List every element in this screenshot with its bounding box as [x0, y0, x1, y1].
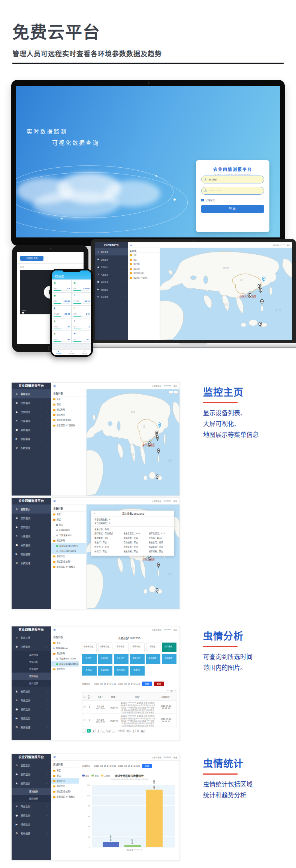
sidebar-menu-item[interactable]: 虫情分析 [12, 658, 51, 665]
table-tool-icon[interactable]: ↻ [167, 689, 169, 692]
device-tree-node[interactable]: 真实设备21022550 [51, 543, 86, 548]
jump-confirm-button[interactable]: 确定 [140, 729, 145, 733]
topbar-link[interactable]: 大屏可视化 [152, 756, 161, 758]
sidebar-menu-item[interactable]: ⌂ 监控主页 [95, 248, 128, 255]
region-tree-node[interactable]: 星云园区-2个摄像头 [51, 794, 79, 799]
legend-item[interactable]: 甲虫 [91, 774, 99, 777]
region-tree-node[interactable]: 测试 [51, 773, 79, 778]
map-fullscreen-toggle[interactable] [174, 391, 178, 394]
sensor-card[interactable]: ☂ 空气湿度 49.14 [72, 293, 91, 305]
apps-grid-icon[interactable]: ⊞ [53, 628, 56, 631]
table-tool-icon[interactable]: ▦ [170, 689, 173, 692]
row-checkbox[interactable] [84, 719, 85, 721]
device-tree-node[interactable]: 串口 [51, 522, 86, 527]
device-tree-node[interactable]: 专区 [51, 640, 79, 646]
table-row[interactable]: 2 真实设备 21022550 测试专用 设备编号:21022550 设备状态:… [82, 714, 176, 727]
topbar-link[interactable]: 退出 [173, 500, 177, 502]
device-tree-node[interactable]: 不显示99919999 [51, 656, 79, 661]
apps-grid-icon[interactable]: ⊞ [53, 499, 56, 503]
control-card[interactable]: 烘干控制： - [114, 666, 129, 676]
device-tree-node[interactable]: 测试方位 [51, 554, 86, 559]
phone-tab[interactable]: ⊙ 报警信息 [78, 350, 91, 355]
sensor-card[interactable]: ▮ 空气温度 24.48 [52, 306, 71, 318]
query-time-range[interactable]: 2021-05-18 14:21:12 - 2021-05-18 14:21:1… [94, 683, 140, 685]
page-button[interactable]: ‹ [82, 729, 86, 733]
bar-粘虫[interactable] [103, 842, 119, 847]
topbar-link[interactable]: 大屏可视化 [152, 628, 161, 631]
sensor-card[interactable]: ◉ 风向 102.40 [52, 293, 71, 305]
topbar-link[interactable]: jnrstest [164, 500, 171, 502]
sensor-card[interactable]: ◉ 雨量 0.9 [52, 280, 71, 292]
sidebar-menu-item[interactable]: 区域统计 [12, 788, 51, 795]
apps-grid-icon[interactable]: ⊞ [53, 384, 56, 387]
device-tree-node[interactable]: 专区 [128, 253, 160, 257]
remember-password-row[interactable]: ✓ 记住密码 [201, 198, 264, 202]
video-progress-knob[interactable] [22, 312, 24, 314]
device-tree-node[interactable]: 真实设备21022550 [51, 661, 79, 667]
col-device[interactable]: 设备 [93, 693, 108, 700]
col-no[interactable]: 序号 [87, 693, 93, 700]
sidebar-menu-item[interactable]: ▶ 视频监控 [12, 550, 51, 559]
sidebar-menu-item[interactable]: ☀ 气象监测 › [12, 416, 51, 425]
sidebar-menu-item[interactable]: ⚙ 系统管理 › [12, 443, 51, 452]
sidebar-menu-item[interactable]: ⚙ 系统管理 › [95, 293, 128, 300]
sidebar-menu-item[interactable]: ● 墒情监测 › [12, 811, 51, 820]
device-tree-node[interactable]: 测试 [51, 402, 86, 407]
asia-map[interactable]: 俄罗斯 蒙古 印度 太平洋 中华人民共和国 [87, 389, 179, 496]
sensor-card[interactable]: ✦ 风力 3 [72, 318, 91, 330]
page-button[interactable]: 2 [92, 729, 96, 733]
legend-item[interactable]: 粘虫 [82, 774, 89, 777]
query-time-range[interactable]: 2021-05-18 14:23:20 - 2021-05-18 14:23:2… [94, 765, 140, 767]
sidebar-menu-item[interactable]: ⚙ 系统管理 › [12, 723, 51, 732]
device-tree-node[interactable]: 专区 [51, 512, 86, 517]
sidebar-menu-item[interactable]: ▲ 虫情统计 ⌄ [12, 779, 51, 788]
sensor-card[interactable]: ◈ PM10 80 [52, 331, 71, 343]
sidebar-menu-item[interactable]: ⌂ 监控主页 [12, 389, 51, 398]
sidebar-menu-item[interactable]: ▶ 视频监控 [12, 434, 51, 443]
sidebar-menu-item[interactable]: ▶ 视频监控 [95, 285, 128, 293]
device-tree-node[interactable]: 测试专用 [51, 538, 86, 543]
control-card[interactable]: 烘干仓门： - [130, 654, 145, 664]
topbar-link[interactable]: jnrstest [164, 756, 171, 758]
phone-tab[interactable]: ≡ 历史数据 [65, 350, 78, 355]
phone-tab[interactable]: ▲ 实时数据 [52, 350, 65, 355]
topbar-link[interactable]: 退出 [287, 244, 290, 246]
table-row[interactable]: 1 真实设备 21022550 测试专用 设备编号:21022550 设备状态:… [82, 701, 176, 714]
topbar-link[interactable]: jnrstest [281, 244, 286, 246]
sidebar-menu-item[interactable]: ◉ 虫情监测 › [12, 514, 51, 523]
sidebar-menu-item[interactable]: ● 墒情监测 › [12, 705, 51, 714]
topbar-link[interactable]: 退出 [173, 756, 177, 758]
bar-二化螟[interactable] [146, 790, 163, 847]
device-tree-node[interactable]: 测试区域-加测1 [128, 271, 160, 275]
device-tree-node[interactable]: 星云园区-2个摄像头 [51, 423, 86, 428]
sidebar-menu-item[interactable]: ◉ 虫情监测 ⌄ [12, 642, 51, 651]
stats-legend[interactable]: 粘虫甲虫二化螟 [82, 774, 110, 777]
region-tree-node[interactable]: 专区 [51, 768, 79, 773]
control-card[interactable]: 自动拍照： - [98, 654, 113, 664]
delete-button[interactable]: 删除 [154, 682, 164, 686]
device-tree-node[interactable]: 测试专用 [128, 262, 160, 266]
sidebar-menu-item[interactable]: 操作记录 [12, 680, 51, 687]
row-checkbox[interactable] [84, 706, 85, 708]
page-button[interactable]: › [112, 729, 115, 733]
sidebar-menu-item[interactable]: ☀ 气象监测 › [12, 696, 51, 705]
sensor-card[interactable]: ◉ 风速 0.9000 [72, 280, 91, 292]
device-tree-node[interactable]: 测试专用 [51, 651, 79, 656]
region-tree-node[interactable]: 测试专用 [51, 778, 79, 784]
device-tree-node[interactable]: 不显示99919999 [51, 548, 86, 554]
map-layer-toggle[interactable] [169, 391, 173, 394]
device-tree-node[interactable]: 测试专用 [51, 407, 86, 412]
asia-map[interactable]: 俄罗斯 蒙古 印度 太平洋 中华人民共和国 [160, 248, 292, 340]
sidebar-menu-item[interactable]: ▶ 视频监控 [12, 820, 51, 829]
control-card[interactable]: 移虫装置： - [146, 654, 161, 664]
password-field[interactable]: ••••••••••• [201, 187, 264, 195]
device-tree-node[interactable]: 20000002 [51, 527, 86, 533]
sidebar-menu-item[interactable]: ⌂ 监控主页 [12, 761, 51, 770]
tablet-query-button[interactable]: 虫情图片查询 [20, 256, 43, 261]
device-tree-node[interactable]: 星云园区-2个摄像头 [128, 275, 160, 280]
control-card[interactable]: 补光灯： - [82, 666, 97, 676]
page-size[interactable]: 10条/页 [117, 729, 125, 732]
topbar-link[interactable]: 退出 [173, 628, 177, 631]
device-tree-node[interactable]: 气象设备986 [51, 533, 86, 538]
apps-grid-icon[interactable]: ⊞ [53, 755, 56, 759]
